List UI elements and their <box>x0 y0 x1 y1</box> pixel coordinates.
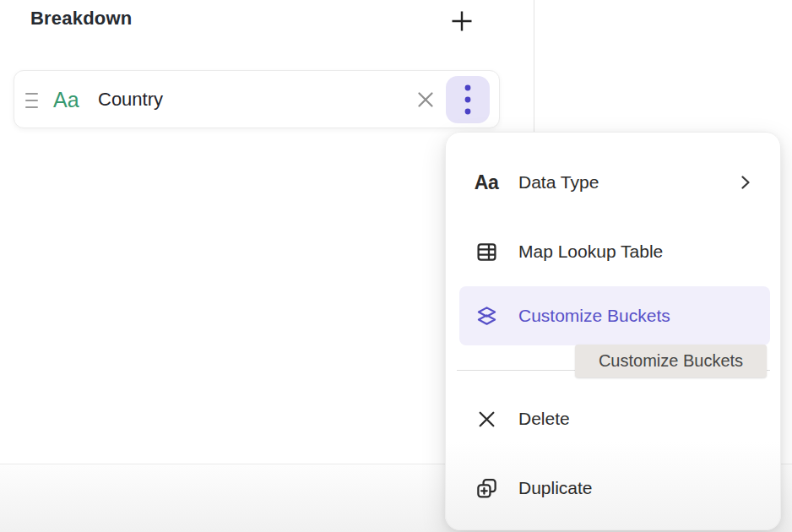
table-icon <box>475 240 498 263</box>
chevron-right-icon <box>737 173 754 192</box>
drag-handle-icon[interactable] <box>25 93 38 113</box>
breakdown-field-card[interactable]: Aa Country <box>14 70 500 128</box>
menu-item-map-lookup-table[interactable]: Map Lookup Table <box>446 224 780 280</box>
close-icon <box>415 90 436 110</box>
field-options-button[interactable] <box>446 76 490 123</box>
menu-item-duplicate[interactable]: Duplicate <box>446 460 780 516</box>
menu-item-delete[interactable]: Delete <box>446 391 780 447</box>
stack-layers-icon <box>475 304 498 328</box>
duplicate-icon <box>475 476 498 500</box>
add-breakdown-button[interactable] <box>447 6 477 36</box>
tooltip: Customize Buckets <box>575 345 767 377</box>
plus-icon <box>449 8 475 34</box>
page-title: Breakdown <box>30 8 132 30</box>
menu-item-data-type[interactable]: Aa Data Type <box>446 155 780 210</box>
field-type-badge: Aa <box>53 87 79 111</box>
field-name: Country <box>98 89 163 111</box>
breakdown-panel: Breakdown Aa Country <box>0 0 792 532</box>
delete-x-icon <box>475 407 498 431</box>
remove-field-button[interactable] <box>411 85 440 114</box>
pane-divider <box>534 0 534 135</box>
kebab-icon <box>464 84 472 116</box>
field-options-menu: Aa Data Type Map Lookup Table <box>445 132 781 530</box>
data-type-aa-icon: Aa <box>475 171 498 194</box>
menu-item-customize-buckets[interactable]: Customize Buckets <box>459 286 770 345</box>
